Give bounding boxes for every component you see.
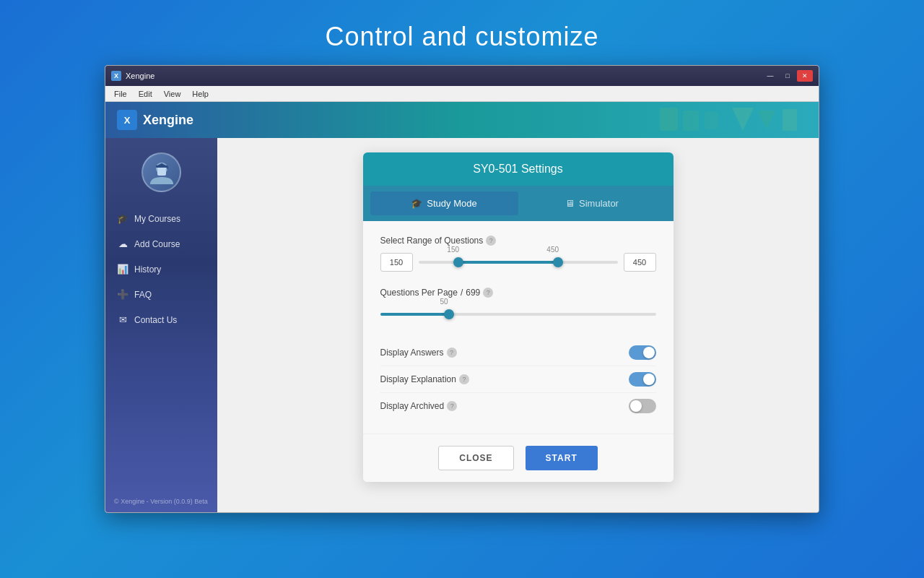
sidebar-item-history[interactable]: 📊 History [105,257,217,281]
tab-study-mode[interactable]: 🎓 Study Mode [370,191,518,215]
range-slider-min-thumb[interactable]: 150 [453,257,463,267]
window-controls: — □ ✕ [762,70,813,82]
sidebar-item-label: My Courses [134,214,180,224]
range-questions-section: Select Range of Questions ? 150 [380,236,656,273]
range-slider-fill [458,261,558,264]
mode-tabs: 🎓 Study Mode 🖥 Simulator [363,186,674,221]
svg-rect-0 [660,108,678,131]
logo-box: X [117,110,137,130]
sidebar-item-label: FAQ [134,290,152,300]
sidebar-item-contact-us[interactable]: ✉ Contact Us [105,308,217,332]
content-area: SY0-501 Settings 🎓 Study Mode 🖥 Simulato… [217,138,819,512]
close-button[interactable]: CLOSE [438,446,513,470]
questions-per-page-section: Questions Per Page / 699 ? 50 [380,288,656,325]
study-mode-label: Study Mode [427,198,476,209]
toggle-archived-label: Display Archived ? [380,401,458,411]
range-label: Select Range of Questions ? [380,236,656,246]
settings-dialog: SY0-501 Settings 🎓 Study Mode 🖥 Simulato… [363,152,674,482]
menu-edit[interactable]: Edit [133,88,158,100]
my-courses-icon: 🎓 [117,213,128,224]
range-slider-max-thumb[interactable]: 450 [553,257,563,267]
dialog-header: SY0-501 Settings [363,152,674,186]
range-slider-track: 150 450 [419,261,618,264]
toggle-archived[interactable] [629,399,656,413]
toggle-answers-knob [643,347,655,358]
sidebar-item-faq[interactable]: ➕ FAQ [105,282,217,306]
study-mode-icon: 🎓 [411,198,422,209]
toggle-row-answers: Display Answers ? [380,340,656,366]
qpp-slider-thumb[interactable]: 50 [444,309,454,319]
range-min-input[interactable] [380,253,413,272]
sidebar: 🎓 My Courses ☁ Add Course 📊 History ➕ FA… [105,138,217,512]
answers-help-icon[interactable]: ? [447,348,457,358]
simulator-label: Simulator [579,198,619,209]
questions-per-page-help-icon[interactable]: ? [483,288,493,298]
app-window: X Xengine — □ ✕ File Edit View Help X Xe… [105,65,819,513]
qpp-value-label: 50 [440,298,448,306]
qpp-slider-container: 50 [380,303,656,325]
sidebar-footer: © Xengine - Version (0.0.9) Beta [105,491,217,512]
avatar-svg [147,158,176,187]
tab-simulator[interactable]: 🖥 Simulator [518,191,666,215]
menu-bar: File Edit View Help [105,86,819,102]
sidebar-nav: 🎓 My Courses ☁ Add Course 📊 History ➕ FA… [105,207,217,332]
maximize-button[interactable]: □ [780,70,796,82]
menu-help[interactable]: Help [186,88,214,100]
header-decorations [660,102,819,138]
close-button[interactable]: ✕ [797,70,813,82]
questions-per-page-label: Questions Per Page / 699 ? [380,288,656,298]
simulator-icon: 🖥 [565,198,575,209]
contact-icon: ✉ [117,314,128,325]
svg-marker-3 [732,108,754,131]
toggle-explanation-knob [643,374,655,385]
toggle-archived-knob [630,400,642,412]
minimize-button[interactable]: — [762,70,778,82]
sidebar-item-add-course[interactable]: ☁ Add Course [105,232,217,256]
range-help-icon[interactable]: ? [486,236,496,246]
app-header: X Xengine [105,102,819,138]
sidebar-item-label: Contact Us [134,315,177,325]
add-course-icon: ☁ [117,238,128,249]
avatar-section [105,152,217,192]
page-heading: Control and customize [325,22,598,52]
archived-help-icon[interactable]: ? [447,401,457,411]
toggle-row-explanation: Display Explanation ? [380,366,656,393]
dialog-footer: CLOSE START [363,434,674,482]
menu-view[interactable]: View [158,88,187,100]
range-max-label: 450 [546,246,559,254]
toggle-explanation-label: Display Explanation ? [380,374,469,384]
svg-rect-5 [783,109,797,131]
sidebar-item-my-courses[interactable]: 🎓 My Courses [105,207,217,230]
range-slider-track-container: 150 450 [419,251,618,273]
logo: X Xengine [117,110,193,130]
toggle-answers-label: Display Answers ? [380,348,457,358]
range-container: 150 450 [380,251,656,273]
toggle-answers[interactable] [629,345,656,360]
faq-icon: ➕ [117,289,128,300]
toggle-row-archived: Display Archived ? [380,393,656,419]
avatar [141,152,181,192]
range-min-label: 150 [447,246,459,254]
title-bar-left: X Xengine [111,71,154,81]
app-icon: X [111,71,121,81]
main-layout: 🎓 My Courses ☁ Add Course 📊 History ➕ FA… [105,138,819,512]
svg-rect-2 [705,112,718,129]
menu-file[interactable]: File [108,88,133,100]
window-title: Xengine [126,72,154,80]
header-svg [660,102,804,138]
svg-rect-1 [683,111,699,131]
sidebar-item-label: History [134,264,161,275]
settings-body: Select Range of Questions ? 150 [363,221,674,434]
toggle-explanation[interactable] [629,372,656,387]
svg-marker-4 [757,111,775,129]
qpp-slider-fill [380,313,450,316]
explanation-help-icon[interactable]: ? [459,374,469,384]
app-title: Xengine [143,113,193,128]
history-icon: 📊 [117,264,128,275]
qpp-slider-track: 50 [380,313,656,316]
sidebar-item-label: Add Course [134,239,180,249]
range-max-input[interactable] [624,253,656,272]
start-button[interactable]: START [526,446,598,470]
svg-rect-8 [157,170,166,176]
toggles-section: Display Answers ? Display Explanation ? [380,340,656,419]
